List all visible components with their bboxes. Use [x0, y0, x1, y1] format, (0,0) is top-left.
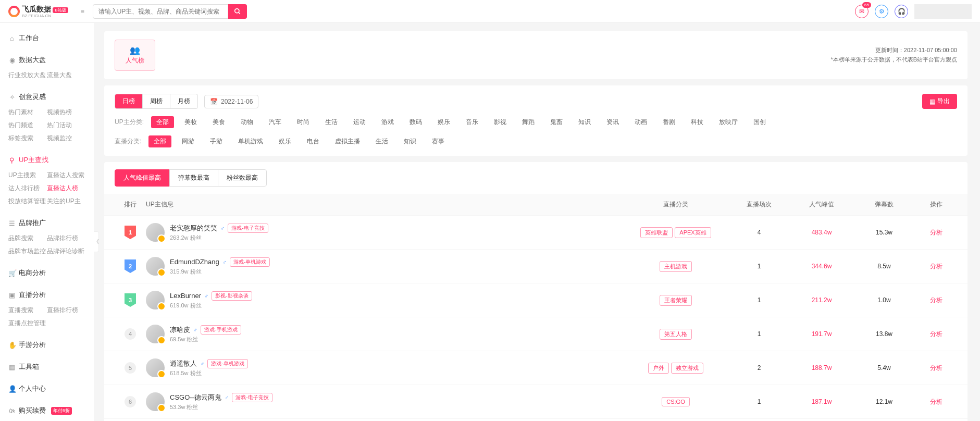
live-tag[interactable]: APEX英雄 — [675, 227, 711, 238]
filter-option[interactable]: 单机游戏 — [233, 135, 268, 147]
nav-sub-item[interactable]: 投放结算管理 — [8, 195, 47, 208]
nav-sub-item[interactable]: 直播点控管理 — [8, 317, 47, 330]
analyze-link[interactable]: 分析 — [930, 398, 942, 405]
up-name[interactable]: LexBurner ♂ 影视-影视杂谈 — [170, 291, 252, 301]
nav-sub-item[interactable]: 视频热榜 — [47, 106, 85, 119]
category-tag[interactable]: 游戏-手机游戏 — [201, 325, 241, 335]
up-name[interactable]: EdmundDZhang ♂ 游戏-单机游戏 — [170, 257, 270, 267]
live-tag[interactable]: 户外 — [648, 363, 669, 374]
avatar[interactable] — [146, 223, 165, 242]
nav-品牌推广[interactable]: ☰品牌推广 — [0, 214, 94, 232]
live-tag[interactable]: 英雄联盟 — [640, 227, 673, 238]
analyze-link[interactable]: 分析 — [930, 330, 942, 338]
rank-type-tab[interactable]: 👥 人气榜 — [115, 40, 155, 71]
filter-option[interactable]: 国创 — [748, 116, 771, 128]
filter-option[interactable]: 知识 — [573, 116, 596, 128]
settings-icon[interactable]: ⚙ — [875, 5, 888, 18]
nav-工具箱[interactable]: ▦工具箱 — [0, 358, 94, 376]
nav-sub-item[interactable]: 标签搜索 — [8, 132, 47, 145]
live-tag[interactable]: 第五人格 — [660, 329, 692, 340]
nav-手游分析[interactable]: ✋手游分析 — [0, 336, 94, 354]
nav-sub-item[interactable]: 品牌排行榜 — [47, 232, 85, 245]
live-tag[interactable]: 独立游戏 — [671, 363, 703, 374]
up-name[interactable]: 老实憨厚的笑笑 ♂ 游戏-电子竞技 — [170, 224, 268, 233]
filter-option[interactable]: 运动 — [348, 116, 371, 128]
filter-option[interactable]: 动画 — [629, 116, 652, 128]
period-tab[interactable]: 月榜 — [170, 94, 197, 108]
nav-个人中心[interactable]: 👤个人中心 — [0, 380, 94, 398]
period-tab[interactable]: 日榜 — [115, 94, 143, 108]
sidebar-collapse-icon[interactable]: 《 — [94, 231, 99, 252]
avatar[interactable] — [146, 358, 165, 377]
filter-option[interactable]: 时尚 — [292, 116, 315, 128]
filter-option[interactable]: 娱乐 — [432, 116, 455, 128]
category-tag[interactable]: 游戏-单机游戏 — [230, 257, 270, 267]
live-tag[interactable]: CS:GO — [662, 397, 689, 406]
nav-sub-item[interactable]: 视频监控 — [47, 132, 85, 145]
avatar[interactable] — [146, 291, 165, 309]
category-tag[interactable]: 游戏-电子竞技 — [228, 224, 268, 233]
nav-sub-item[interactable]: 行业投放大盘 — [8, 69, 47, 82]
nav-sub-item[interactable]: 直播排行榜 — [47, 304, 85, 317]
sort-tab[interactable]: 人气峰值最高 — [115, 169, 170, 187]
filter-option[interactable]: 网游 — [177, 135, 200, 147]
avatar[interactable] — [146, 325, 165, 343]
analyze-link[interactable]: 分析 — [930, 229, 942, 236]
filter-option[interactable]: 手游 — [205, 135, 228, 147]
nav-sub-item[interactable]: 热门素材 — [8, 106, 47, 119]
export-button[interactable]: ▦ 导出 — [922, 94, 957, 109]
up-name[interactable]: CSGO--德云两鬼 ♂ 游戏-电子竞技 — [170, 393, 272, 402]
filter-option[interactable]: 生活 — [320, 116, 343, 128]
nav-sub-item[interactable]: 直播达人榜 — [47, 182, 85, 195]
search-button[interactable] — [228, 4, 247, 19]
filter-option[interactable]: 娱乐 — [274, 135, 296, 147]
nav-sub-item[interactable]: 热门活动 — [47, 119, 85, 132]
filter-option[interactable]: 全部 — [148, 135, 171, 147]
filter-option[interactable]: 鬼畜 — [545, 116, 568, 128]
analyze-link[interactable]: 分析 — [930, 296, 942, 304]
nav-UP主查找[interactable]: ⚲UP主查找 — [0, 151, 94, 169]
up-name[interactable]: 逍遥散人 ♂ 游戏-单机游戏 — [170, 359, 248, 368]
category-tag[interactable]: 游戏-电子竞技 — [232, 393, 272, 402]
filter-option[interactable]: 全部 — [151, 116, 174, 128]
logo[interactable]: 飞瓜数据 B站版 BZ.FEIGUA.CN — [8, 5, 68, 18]
nav-sub-item[interactable]: UP主搜索 — [8, 169, 47, 182]
nav-数据大盘[interactable]: ◉数据大盘 — [0, 51, 94, 69]
menu-toggle-icon[interactable]: ≡ — [81, 8, 84, 15]
notification-icon[interactable]: ✉65 — [855, 5, 869, 18]
avatar[interactable] — [146, 257, 165, 276]
nav-创意灵感[interactable]: ✧创意灵感 — [0, 88, 94, 106]
filter-option[interactable]: 游戏 — [376, 116, 399, 128]
up-name[interactable]: 凉哈皮 ♂ 游戏-手机游戏 — [170, 325, 241, 335]
filter-option[interactable]: 数码 — [404, 116, 427, 128]
filter-option[interactable]: 番剧 — [658, 116, 680, 128]
filter-option[interactable]: 影视 — [489, 116, 512, 128]
user-avatar[interactable] — [914, 4, 972, 19]
nav-sub-item[interactable]: 直播达人搜索 — [47, 169, 85, 182]
search-input[interactable] — [93, 4, 228, 19]
category-tag[interactable]: 游戏-单机游戏 — [207, 359, 247, 368]
nav-sub-item[interactable]: 热门频道 — [8, 119, 47, 132]
filter-option[interactable]: 美妆 — [179, 116, 202, 128]
filter-option[interactable]: 生活 — [370, 135, 393, 147]
nav-sub-item[interactable]: 品牌评论诊断 — [47, 245, 85, 258]
nav-sub-item[interactable]: 流量大盘 — [47, 69, 85, 82]
nav-sub-item[interactable]: 直播搜索 — [8, 304, 47, 317]
nav-电商分析[interactable]: 🛒电商分析 — [0, 264, 94, 282]
filter-option[interactable]: 虚拟主播 — [330, 135, 365, 147]
nav-sub-item[interactable]: 品牌市场监控 — [8, 245, 47, 258]
filter-option[interactable]: 知识 — [399, 135, 421, 147]
filter-option[interactable]: 资讯 — [601, 116, 624, 128]
sort-tab[interactable]: 弹幕数最高 — [169, 169, 218, 187]
filter-option[interactable]: 科技 — [686, 116, 709, 128]
analyze-link[interactable]: 分析 — [930, 263, 942, 270]
analyze-link[interactable]: 分析 — [930, 364, 942, 372]
period-tab[interactable]: 周榜 — [143, 94, 170, 108]
date-picker[interactable]: 📅 2022-11-06 — [204, 95, 258, 108]
filter-option[interactable]: 汽车 — [264, 116, 287, 128]
nav-sub-item[interactable]: 关注的UP主 — [47, 195, 85, 208]
filter-option[interactable]: 动物 — [235, 116, 258, 128]
live-tag[interactable]: 王者荣耀 — [660, 295, 692, 306]
nav-sub-item[interactable]: 达人排行榜 — [8, 182, 47, 195]
filter-option[interactable]: 舞蹈 — [517, 116, 540, 128]
